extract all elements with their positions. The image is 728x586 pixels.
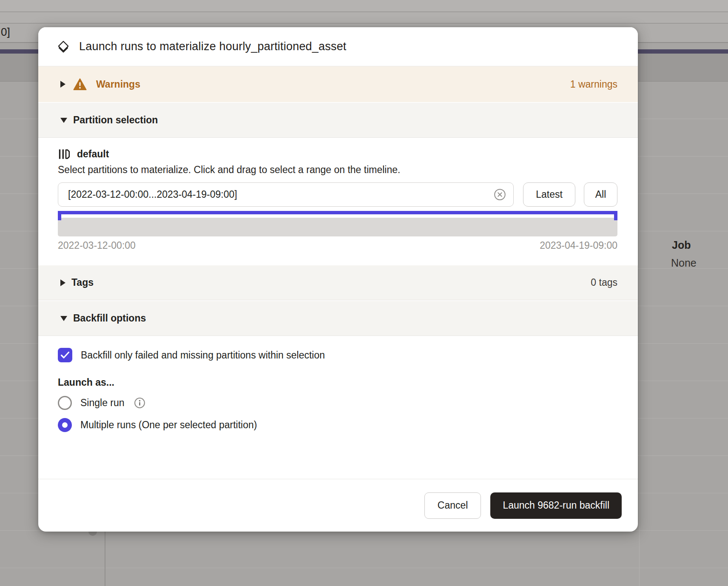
- radio-unselected-icon[interactable]: [58, 396, 72, 410]
- background-truncated-text: 0]: [1, 26, 10, 39]
- partition-dimension-row: default: [58, 147, 617, 161]
- partition-range-input[interactable]: [58, 182, 514, 207]
- multiple-runs-radio-row[interactable]: Multiple runs (One per selected partitio…: [58, 417, 617, 432]
- background-job-column-value: None: [671, 257, 697, 269]
- timeline-selection-range: [58, 211, 617, 214]
- latest-button[interactable]: Latest: [523, 182, 575, 207]
- partition-set-icon: [58, 148, 70, 160]
- tags-section-toggle[interactable]: Tags 0 tags: [38, 265, 638, 300]
- multiple-runs-radio-label: Multiple runs (One per selected partitio…: [80, 419, 257, 431]
- partition-range-controls: Latest All: [58, 182, 617, 207]
- chevron-right-icon: [60, 81, 65, 88]
- checkbox-checked-icon[interactable]: [58, 348, 72, 362]
- background-toolbar-band: [0, 0, 728, 12]
- dialog-header: Launch runs to materialize hourly_partit…: [38, 27, 638, 66]
- single-run-radio-label: Single run: [80, 397, 125, 409]
- backfill-options-section-label: Backfill options: [73, 313, 146, 324]
- all-button[interactable]: All: [584, 182, 617, 207]
- clear-selection-icon[interactable]: [494, 188, 506, 201]
- partition-selection-description: Select partitions to materialize. Click …: [58, 164, 617, 176]
- background-band: [0, 12, 728, 23]
- partition-selection-section-toggle[interactable]: Partition selection: [38, 103, 638, 138]
- partition-range-input-wrap: [58, 182, 514, 207]
- warnings-section-toggle[interactable]: Warnings 1 warnings: [38, 66, 638, 102]
- launch-backfill-dialog: Launch runs to materialize hourly_partit…: [38, 27, 638, 532]
- warnings-count-badge: 1 warnings: [570, 79, 617, 90]
- dialog-footer: Cancel Launch 9682-run backfill: [38, 479, 638, 532]
- tags-section-label: Tags: [71, 277, 94, 288]
- timeline-date-labels: 2022-03-12-00:00 2023-04-19-09:00: [58, 240, 617, 251]
- chevron-down-icon: [60, 316, 67, 321]
- backfill-options-section-toggle[interactable]: Backfill options: [38, 301, 638, 336]
- chevron-down-icon: [60, 118, 67, 123]
- partition-timeline[interactable]: [58, 218, 617, 236]
- single-run-radio-row[interactable]: Single run: [58, 395, 617, 410]
- timeline-start-label: 2022-03-12-00:00: [58, 240, 136, 251]
- cancel-button[interactable]: Cancel: [424, 492, 481, 519]
- timeline-end-label: 2023-04-19-09:00: [540, 240, 617, 251]
- partition-selection-section-label: Partition selection: [73, 114, 158, 126]
- warning-triangle-icon: [73, 78, 87, 91]
- partition-selection-content: default Select partitions to materialize…: [38, 138, 638, 265]
- info-icon[interactable]: [134, 397, 145, 409]
- launch-backfill-button[interactable]: Launch 9682-run backfill: [490, 492, 622, 519]
- radio-selected-icon[interactable]: [58, 418, 72, 432]
- backfill-only-failed-checkbox-row[interactable]: Backfill only failed and missing partiti…: [58, 348, 617, 362]
- warnings-section-label: Warnings: [96, 79, 140, 90]
- backfill-only-failed-checkbox-label: Backfill only failed and missing partiti…: [81, 350, 325, 361]
- tags-count-badge: 0 tags: [591, 277, 617, 288]
- chevron-right-icon: [60, 279, 65, 286]
- launch-as-label: Launch as...: [58, 377, 617, 388]
- background-column-divider: [639, 82, 640, 586]
- dialog-title: Launch runs to materialize hourly_partit…: [79, 40, 347, 53]
- backfill-options-content: Backfill only failed and missing partiti…: [38, 336, 638, 479]
- materialize-layers-icon: [57, 40, 70, 53]
- background-job-column-label: Job: [672, 239, 691, 251]
- partition-dimension-name: default: [77, 148, 109, 160]
